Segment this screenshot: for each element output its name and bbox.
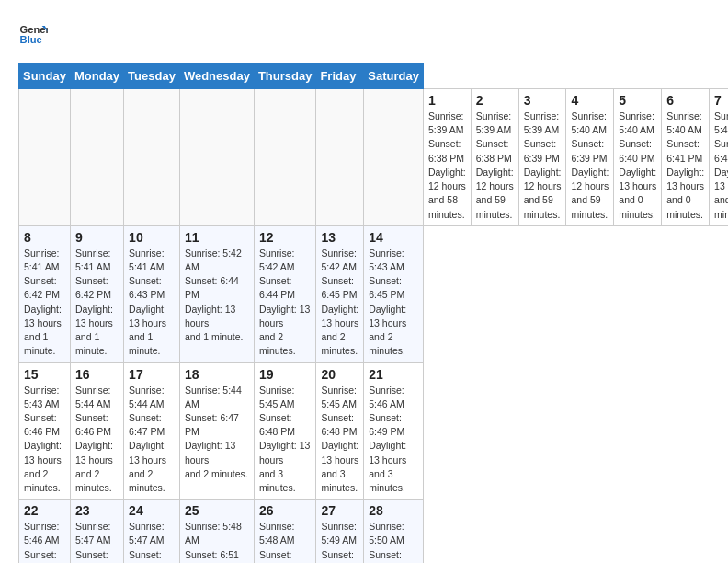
day-cell-19: 19Sunrise: 5:45 AMSunset: 6:48 PMDayligh… bbox=[254, 362, 316, 500]
day-number: 26 bbox=[259, 503, 312, 518]
day-info: Sunrise: 5:45 AMSunset: 6:48 PMDaylight:… bbox=[259, 384, 312, 496]
col-header-friday: Friday bbox=[316, 63, 364, 89]
day-number: 9 bbox=[75, 230, 119, 245]
day-cell-21: 21Sunrise: 5:46 AMSunset: 6:49 PMDayligh… bbox=[364, 362, 424, 500]
day-number: 11 bbox=[185, 230, 249, 245]
day-info: Sunrise: 5:45 AMSunset: 6:48 PMDaylight:… bbox=[321, 384, 358, 496]
header-row: SundayMondayTuesdayWednesdayThursdayFrid… bbox=[19, 63, 729, 89]
day-number: 22 bbox=[24, 503, 65, 518]
day-info: Sunrise: 5:39 AMSunset: 6:38 PMDaylight:… bbox=[476, 109, 514, 222]
empty-cell bbox=[70, 89, 123, 226]
day-info: Sunrise: 5:50 AMSunset: 6:52 PMDaylight:… bbox=[369, 520, 418, 563]
day-info: Sunrise: 5:40 AMSunset: 6:39 PMDaylight:… bbox=[571, 109, 609, 222]
day-info: Sunrise: 5:47 AMSunset: 6:50 PMDaylight:… bbox=[75, 520, 119, 563]
day-info: Sunrise: 5:41 AMSunset: 6:42 PMDaylight:… bbox=[75, 247, 119, 359]
day-number: 18 bbox=[185, 367, 249, 382]
day-number: 27 bbox=[321, 503, 358, 518]
day-cell-18: 18Sunrise: 5:44 AMSunset: 6:47 PMDayligh… bbox=[179, 362, 254, 500]
day-cell-23: 23Sunrise: 5:47 AMSunset: 6:50 PMDayligh… bbox=[70, 500, 123, 563]
empty-cell bbox=[179, 89, 254, 226]
day-number: 16 bbox=[75, 367, 119, 382]
day-cell-27: 27Sunrise: 5:49 AMSunset: 6:52 PMDayligh… bbox=[316, 500, 364, 563]
day-number: 20 bbox=[321, 367, 358, 382]
svg-text:Blue: Blue bbox=[20, 34, 42, 45]
day-cell-6: 6Sunrise: 5:40 AMSunset: 6:41 PMDaylight… bbox=[662, 89, 710, 226]
day-cell-22: 22Sunrise: 5:46 AMSunset: 6:49 PMDayligh… bbox=[19, 500, 71, 563]
day-info: Sunrise: 5:46 AMSunset: 6:49 PMDaylight:… bbox=[369, 384, 418, 496]
day-cell-3: 3Sunrise: 5:39 AMSunset: 6:39 PMDaylight… bbox=[518, 89, 566, 226]
day-info: Sunrise: 5:40 AMSunset: 6:41 PMDaylight:… bbox=[714, 109, 728, 222]
day-cell-12: 12Sunrise: 5:42 AMSunset: 6:44 PMDayligh… bbox=[254, 225, 316, 362]
logo-icon: General Blue bbox=[18, 18, 48, 48]
day-cell-17: 17Sunrise: 5:44 AMSunset: 6:47 PMDayligh… bbox=[124, 362, 180, 500]
day-info: Sunrise: 5:46 AMSunset: 6:49 PMDaylight:… bbox=[24, 520, 65, 563]
empty-cell bbox=[254, 89, 316, 226]
empty-cell bbox=[316, 89, 364, 226]
day-cell-24: 24Sunrise: 5:47 AMSunset: 6:50 PMDayligh… bbox=[124, 500, 180, 563]
day-info: Sunrise: 5:48 AMSunset: 6:51 PMDaylight:… bbox=[185, 520, 249, 563]
week-row-1: 8Sunrise: 5:41 AMSunset: 6:42 PMDaylight… bbox=[19, 225, 729, 362]
day-info: Sunrise: 5:43 AMSunset: 6:46 PMDaylight:… bbox=[24, 384, 65, 496]
week-row-0: 1Sunrise: 5:39 AMSunset: 6:38 PMDaylight… bbox=[19, 89, 729, 226]
day-cell-4: 4Sunrise: 5:40 AMSunset: 6:39 PMDaylight… bbox=[566, 89, 614, 226]
day-number: 19 bbox=[259, 367, 312, 382]
day-cell-20: 20Sunrise: 5:45 AMSunset: 6:48 PMDayligh… bbox=[316, 362, 364, 500]
day-cell-14: 14Sunrise: 5:43 AMSunset: 6:45 PMDayligh… bbox=[364, 225, 424, 362]
logo: General Blue bbox=[18, 18, 51, 48]
day-info: Sunrise: 5:42 AMSunset: 6:45 PMDaylight:… bbox=[321, 247, 358, 359]
calendar-table: SundayMondayTuesdayWednesdayThursdayFrid… bbox=[18, 63, 728, 563]
day-number: 4 bbox=[571, 93, 609, 108]
day-cell-2: 2Sunrise: 5:39 AMSunset: 6:38 PMDaylight… bbox=[471, 89, 518, 226]
day-info: Sunrise: 5:39 AMSunset: 6:38 PMDaylight:… bbox=[428, 109, 466, 222]
week-row-2: 15Sunrise: 5:43 AMSunset: 6:46 PMDayligh… bbox=[19, 362, 729, 500]
day-number: 2 bbox=[476, 93, 514, 108]
day-cell-9: 9Sunrise: 5:41 AMSunset: 6:42 PMDaylight… bbox=[70, 225, 123, 362]
empty-cell bbox=[364, 89, 424, 226]
day-number: 1 bbox=[428, 93, 466, 108]
col-header-sunday: Sunday bbox=[19, 63, 71, 89]
day-cell-11: 11Sunrise: 5:42 AMSunset: 6:44 PMDayligh… bbox=[179, 225, 254, 362]
day-number: 17 bbox=[129, 367, 175, 382]
day-info: Sunrise: 5:44 AMSunset: 6:47 PMDaylight:… bbox=[129, 384, 175, 496]
col-header-thursday: Thursday bbox=[254, 63, 316, 89]
day-info: Sunrise: 5:47 AMSunset: 6:50 PMDaylight:… bbox=[129, 520, 175, 563]
day-number: 3 bbox=[524, 93, 562, 108]
day-info: Sunrise: 5:40 AMSunset: 6:40 PMDaylight:… bbox=[619, 109, 656, 222]
day-cell-16: 16Sunrise: 5:44 AMSunset: 6:46 PMDayligh… bbox=[70, 362, 123, 500]
day-info: Sunrise: 5:39 AMSunset: 6:39 PMDaylight:… bbox=[524, 109, 562, 222]
day-number: 7 bbox=[714, 93, 728, 108]
day-number: 6 bbox=[666, 93, 704, 108]
day-number: 23 bbox=[75, 503, 119, 518]
header: General Blue bbox=[18, 18, 710, 48]
day-number: 12 bbox=[259, 230, 312, 245]
day-number: 28 bbox=[369, 503, 418, 518]
day-info: Sunrise: 5:49 AMSunset: 6:52 PMDaylight:… bbox=[321, 520, 358, 563]
day-cell-7: 7Sunrise: 5:40 AMSunset: 6:41 PMDaylight… bbox=[710, 89, 728, 226]
day-number: 13 bbox=[321, 230, 358, 245]
col-header-saturday: Saturday bbox=[364, 63, 424, 89]
day-number: 5 bbox=[619, 93, 656, 108]
empty-cell bbox=[124, 89, 180, 226]
day-cell-8: 8Sunrise: 5:41 AMSunset: 6:42 PMDaylight… bbox=[19, 225, 71, 362]
day-number: 25 bbox=[185, 503, 249, 518]
day-info: Sunrise: 5:40 AMSunset: 6:41 PMDaylight:… bbox=[666, 109, 704, 222]
svg-text:General: General bbox=[20, 24, 48, 35]
day-info: Sunrise: 5:44 AMSunset: 6:47 PMDaylight:… bbox=[185, 384, 249, 482]
day-cell-13: 13Sunrise: 5:42 AMSunset: 6:45 PMDayligh… bbox=[316, 225, 364, 362]
day-number: 10 bbox=[129, 230, 175, 245]
day-cell-5: 5Sunrise: 5:40 AMSunset: 6:40 PMDaylight… bbox=[614, 89, 662, 226]
day-cell-28: 28Sunrise: 5:50 AMSunset: 6:52 PMDayligh… bbox=[364, 500, 424, 563]
week-row-3: 22Sunrise: 5:46 AMSunset: 6:49 PMDayligh… bbox=[19, 500, 729, 563]
day-info: Sunrise: 5:44 AMSunset: 6:46 PMDaylight:… bbox=[75, 384, 119, 496]
day-info: Sunrise: 5:42 AMSunset: 6:44 PMDaylight:… bbox=[185, 247, 249, 345]
day-number: 21 bbox=[369, 367, 418, 382]
day-info: Sunrise: 5:41 AMSunset: 6:43 PMDaylight:… bbox=[129, 247, 175, 359]
day-info: Sunrise: 5:41 AMSunset: 6:42 PMDaylight:… bbox=[24, 247, 65, 359]
day-number: 24 bbox=[129, 503, 175, 518]
day-number: 15 bbox=[24, 367, 65, 382]
day-number: 14 bbox=[369, 230, 418, 245]
day-info: Sunrise: 5:42 AMSunset: 6:44 PMDaylight:… bbox=[259, 247, 312, 359]
day-cell-15: 15Sunrise: 5:43 AMSunset: 6:46 PMDayligh… bbox=[19, 362, 71, 500]
day-number: 8 bbox=[24, 230, 65, 245]
day-cell-1: 1Sunrise: 5:39 AMSunset: 6:38 PMDaylight… bbox=[423, 89, 471, 226]
